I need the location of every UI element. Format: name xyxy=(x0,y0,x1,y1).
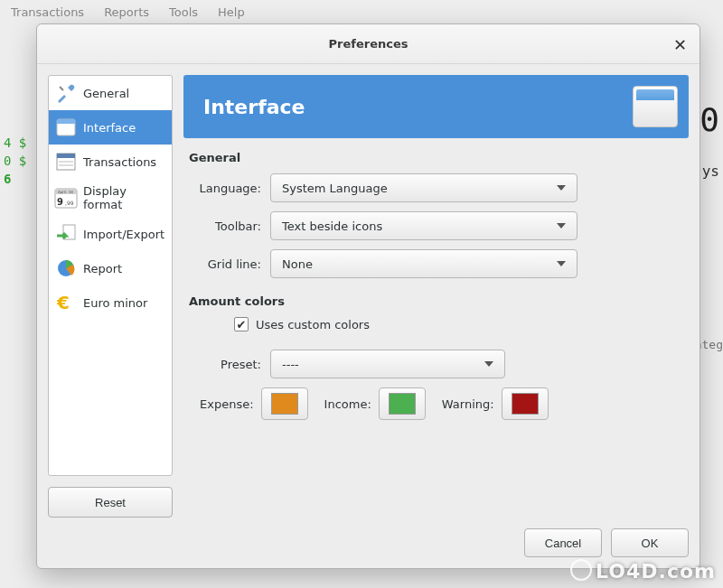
color-button-expense[interactable] xyxy=(261,387,308,420)
dialog-titlebar: Preferences ✕ xyxy=(37,24,700,64)
sidebar-item-display-format[interactable]: April. 189,99 Display format xyxy=(49,179,172,217)
category-list: General Interface Transactions xyxy=(48,75,173,476)
section-title-amount-colors: Amount colors xyxy=(189,294,683,308)
sidebar-item-label: Interface xyxy=(83,121,136,135)
sidebar-item-euro-minor[interactable]: € Euro minor xyxy=(49,285,172,320)
sidebar-item-label: Report xyxy=(83,262,122,275)
calendar-icon: April. 189,99 xyxy=(54,186,78,210)
combo-value: None xyxy=(282,257,313,271)
bg-amount-3: 6 xyxy=(4,172,11,186)
color-button-income[interactable] xyxy=(379,387,426,420)
svg-text:,99: ,99 xyxy=(65,200,74,206)
combo-value: System Language xyxy=(282,182,388,195)
globe-icon xyxy=(570,559,592,581)
chevron-down-icon xyxy=(557,223,566,229)
main-menubar[interactable]: Transactions Reports Tools Help xyxy=(0,0,723,24)
watermark: LO4D.com xyxy=(570,556,716,583)
combo-value: ---- xyxy=(282,358,299,371)
sidebar-item-label: Display format xyxy=(83,184,166,211)
dialog-title: Preferences xyxy=(329,37,408,51)
sidebar-item-label: Transactions xyxy=(83,155,156,169)
list-icon xyxy=(54,150,78,173)
bg-amount-2: 0 $ xyxy=(4,154,26,168)
import-export-icon xyxy=(54,222,78,246)
label-preset: Preset: xyxy=(189,358,270,371)
sidebar-item-interface[interactable]: Interface xyxy=(49,110,172,145)
bg-right-ys: ys xyxy=(702,163,719,180)
color-swatch xyxy=(271,393,298,415)
color-button-warning[interactable] xyxy=(502,387,549,420)
window-icon xyxy=(633,86,678,127)
label-toolbar: Toolbar: xyxy=(189,219,270,233)
label-language: Language: xyxy=(189,182,270,195)
combo-value: Text beside icons xyxy=(282,219,382,233)
content-title: Interface xyxy=(203,96,305,118)
sidebar-item-label: Euro minor xyxy=(83,296,147,310)
svg-rect-1 xyxy=(57,119,75,124)
chevron-down-icon xyxy=(557,185,566,191)
ok-button[interactable]: OK xyxy=(611,528,689,557)
svg-text:€: € xyxy=(56,292,70,313)
content-header: Interface xyxy=(183,75,689,138)
section-title-general: General xyxy=(189,151,683,164)
checkbox-custom-colors[interactable]: ✔ xyxy=(234,317,249,331)
cancel-button[interactable]: Cancel xyxy=(524,528,602,557)
checkbox-label: Uses custom colors xyxy=(256,318,370,331)
menu-reports[interactable]: Reports xyxy=(104,5,149,19)
sidebar-item-label: Import/Export xyxy=(83,228,164,241)
sidebar-item-import-export[interactable]: Import/Export xyxy=(49,217,172,251)
chevron-down-icon xyxy=(557,261,566,266)
bg-right-0: 0 xyxy=(700,101,719,138)
preferences-dialog: Preferences ✕ General Interface xyxy=(36,23,700,569)
menu-help[interactable]: Help xyxy=(218,5,245,19)
label-expense: Expense: xyxy=(200,397,254,411)
combo-toolbar[interactable]: Text beside icons xyxy=(270,211,577,240)
sidebar-item-label: General xyxy=(83,87,129,100)
color-swatch xyxy=(389,393,416,415)
reset-button[interactable]: Reset xyxy=(48,487,173,518)
svg-text:9: 9 xyxy=(57,197,63,207)
svg-text:April. 18: April. 18 xyxy=(58,190,73,194)
window-icon xyxy=(54,116,78,139)
close-icon[interactable]: ✕ xyxy=(673,34,687,53)
label-gridline: Grid line: xyxy=(189,257,270,271)
sidebar-item-transactions[interactable]: Transactions xyxy=(49,145,172,179)
combo-gridline[interactable]: None xyxy=(270,249,577,278)
bg-amount-1: 4 $ xyxy=(4,135,26,150)
euro-icon: € xyxy=(54,291,78,314)
menu-transactions[interactable]: Transactions xyxy=(11,5,84,19)
sidebar-item-general[interactable]: General xyxy=(49,76,172,110)
chevron-down-icon xyxy=(484,361,493,367)
color-swatch xyxy=(512,393,539,415)
menu-tools[interactable]: Tools xyxy=(169,5,198,19)
combo-preset[interactable]: ---- xyxy=(270,350,505,378)
sidebar-item-report[interactable]: Report xyxy=(49,251,172,285)
svg-rect-3 xyxy=(57,154,75,158)
pie-chart-icon xyxy=(54,257,78,280)
label-income: Income: xyxy=(324,397,371,411)
label-warning: Warning: xyxy=(442,397,494,411)
combo-language[interactable]: System Language xyxy=(270,173,577,202)
tools-icon xyxy=(54,81,78,105)
